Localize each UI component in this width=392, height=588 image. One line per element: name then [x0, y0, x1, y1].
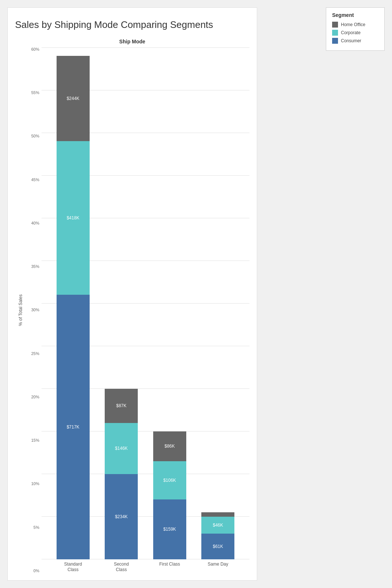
- segment-sameday-corporate: $46K: [201, 517, 234, 534]
- segment-label: $717K: [66, 424, 79, 430]
- legend-container: Segment Home Office Corporate Consumer: [326, 7, 385, 51]
- segment-second-corporate: $146K: [105, 423, 138, 474]
- bars-row: $244K $418K $717K: [42, 47, 249, 559]
- chart-title: Sales by Shipping Mode Comparing Segment…: [15, 19, 249, 31]
- segment-label: $87K: [116, 403, 126, 408]
- x-labels: StandardClass SecondClass First Class Sa…: [42, 559, 249, 573]
- segment-label: $418K: [66, 215, 79, 220]
- chart-container: Sales by Shipping Mode Comparing Segment…: [7, 7, 257, 581]
- segment-second-home-office: $87K: [105, 389, 138, 423]
- segment-sameday-consumer: $61K: [201, 534, 234, 559]
- segment-label: $244K: [66, 96, 79, 101]
- y-tick-55: 55%: [31, 91, 39, 95]
- legend-swatch-corporate: [332, 30, 338, 36]
- segment-label: $106K: [163, 478, 176, 483]
- segment-first-consumer: $159K: [153, 499, 186, 559]
- legend-label-consumer: Consumer: [341, 38, 361, 43]
- y-tick-40: 40%: [31, 221, 39, 225]
- x-label-standard: StandardClass: [53, 562, 93, 573]
- bar-group-second: $87K $146K $234K: [101, 389, 141, 559]
- segment-label: $46K: [213, 523, 223, 528]
- y-tick-60: 60%: [31, 47, 39, 51]
- y-tick-15: 15%: [31, 438, 39, 442]
- x-axis-title: Ship Mode: [15, 39, 249, 44]
- segment-second-consumer: $234K: [105, 474, 138, 559]
- legend-item-consumer: Consumer: [332, 38, 378, 44]
- legend-label-home-office: Home Office: [341, 22, 365, 27]
- segment-label: $146K: [115, 446, 128, 451]
- y-tick-20: 20%: [31, 395, 39, 399]
- stacked-bar-standard: $244K $418K $717K: [57, 56, 90, 559]
- legend-item-corporate: Corporate: [332, 30, 378, 36]
- segment-standard-corporate: $418K: [57, 141, 90, 295]
- y-axis-ticks: 60% 55% 50% 45% 40% 35% 30% 25% 20% 15% …: [26, 47, 42, 573]
- segment-sameday-home-office: [201, 512, 234, 517]
- segment-label: $86K: [165, 444, 175, 449]
- y-tick-30: 30%: [31, 308, 39, 312]
- y-tick-45: 45%: [31, 178, 39, 182]
- page-wrapper: Sales by Shipping Mode Comparing Segment…: [7, 7, 385, 581]
- segment-first-home-office: $86K: [153, 431, 186, 461]
- legend-label-corporate: Corporate: [341, 30, 360, 35]
- bar-group-standard: $244K $418K $717K: [53, 56, 93, 559]
- y-tick-25: 25%: [31, 352, 39, 356]
- segment-standard-home-office: $244K: [57, 56, 90, 141]
- y-tick-10: 10%: [31, 482, 39, 486]
- bar-group-first: $86K $106K $159K: [150, 431, 190, 559]
- x-label-first: First Class: [150, 562, 190, 573]
- legend-title: Segment: [332, 12, 378, 18]
- segment-label: $61K: [213, 544, 223, 549]
- legend-item-home-office: Home Office: [332, 22, 378, 28]
- plot-area: $244K $418K $717K: [42, 47, 249, 573]
- x-label-sameday: Same Day: [198, 562, 238, 573]
- y-tick-0: 0%: [33, 569, 39, 573]
- legend-swatch-consumer: [332, 38, 338, 44]
- x-label-second: SecondClass: [101, 562, 141, 573]
- y-axis-label: % of Total Sales: [18, 294, 23, 326]
- stacked-bar-first: $86K $106K $159K: [153, 431, 186, 559]
- right-panel: Segment Home Office Corporate Consumer: [265, 7, 385, 581]
- y-axis-label-container: % of Total Sales: [15, 47, 26, 573]
- stacked-bar-sameday: $46K $61K: [201, 512, 234, 559]
- grid-and-bars: $244K $418K $717K: [42, 47, 249, 559]
- stacked-bar-second: $87K $146K $234K: [105, 389, 138, 559]
- segment-first-corporate: $106K: [153, 461, 186, 499]
- legend-swatch-home-office: [332, 22, 338, 28]
- chart-body: % of Total Sales 60% 55% 50% 45% 40% 35%…: [15, 47, 249, 573]
- y-tick-35: 35%: [31, 265, 39, 269]
- segment-label: $159K: [163, 527, 176, 532]
- segment-label: $234K: [115, 514, 128, 519]
- chart-area: Ship Mode % of Total Sales 60% 55% 50% 4…: [15, 39, 249, 573]
- bar-group-sameday: $46K $61K: [198, 512, 238, 559]
- y-tick-50: 50%: [31, 134, 39, 138]
- segment-standard-consumer: $717K: [57, 295, 90, 559]
- y-tick-5: 5%: [33, 526, 39, 530]
